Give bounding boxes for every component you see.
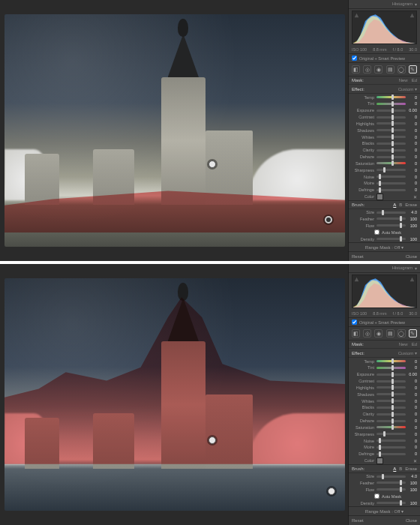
mask-new[interactable]: New	[399, 78, 408, 82]
effect-slider-saturation[interactable]: Saturation 0	[349, 160, 420, 166]
effect-slider-noise[interactable]: Noise 0	[349, 173, 420, 180]
slider-track[interactable]	[376, 433, 406, 435]
color-row[interactable]: Color ✕	[349, 194, 420, 200]
brush-slider-flow[interactable]: Flow 100	[349, 222, 420, 229]
brush-b[interactable]: B	[399, 202, 402, 207]
histogram[interactable]	[352, 10, 417, 44]
preview-checkbox[interactable]	[352, 320, 357, 325]
effect-slider-clarity[interactable]: Clarity 0	[349, 411, 420, 418]
slider-track[interactable]	[376, 136, 406, 138]
slider-track[interactable]	[376, 488, 406, 490]
effect-slider-whites[interactable]: Whites 0	[349, 134, 420, 140]
slider-track[interactable]	[376, 238, 406, 240]
brush-slider-flow[interactable]: Flow 100	[349, 486, 420, 493]
slider-track[interactable]	[376, 182, 406, 184]
effect-slider-contrast[interactable]: Contrast 0	[349, 378, 420, 385]
slider-track[interactable]	[376, 224, 406, 226]
effect-slider-sharpness[interactable]: Sharpness 0	[349, 430, 420, 437]
slider-track[interactable]	[376, 446, 406, 448]
effect-slider-shadows[interactable]: Shadows 0	[349, 391, 420, 398]
slider-track[interactable]	[376, 386, 406, 388]
brush-a[interactable]: A	[393, 466, 396, 471]
slider-track[interactable]	[376, 122, 406, 124]
color-row[interactable]: Color ✕	[349, 458, 420, 464]
slider-track[interactable]	[376, 440, 406, 442]
image-canvas[interactable]	[0, 0, 348, 261]
slider-track[interactable]	[376, 156, 406, 158]
close-icon[interactable]: ✕	[413, 194, 417, 200]
slider-track[interactable]	[376, 116, 406, 118]
slider-track[interactable]	[376, 502, 406, 504]
tool-radial[interactable]: ◯	[398, 65, 406, 74]
automask-checkbox[interactable]	[374, 230, 380, 235]
slider-track[interactable]	[376, 176, 406, 178]
tool-crop[interactable]: ◧	[352, 65, 360, 74]
tool-eye[interactable]: ◉	[374, 329, 382, 338]
effect-slider-dehaze[interactable]: Dehaze 0	[349, 154, 420, 160]
slider-track[interactable]	[376, 367, 406, 369]
slider-track[interactable]	[376, 169, 406, 171]
effect-slider-sharpness[interactable]: Sharpness 0	[349, 166, 420, 173]
brush-b[interactable]: B	[399, 466, 402, 471]
effect-slider-temp[interactable]: Temp 0	[349, 358, 420, 364]
range-mask-row[interactable]: Range Mask : Off ▾	[349, 242, 420, 251]
brush-slider-size[interactable]: Size 4.0	[349, 473, 420, 480]
effect-header[interactable]: Effect: Custom ▾	[349, 349, 420, 358]
preview-checkbox[interactable]	[352, 56, 357, 61]
mask-edit[interactable]: Ed	[412, 342, 417, 346]
effect-slider-whites[interactable]: Whites 0	[349, 398, 420, 404]
image-canvas[interactable]	[0, 264, 348, 525]
effect-slider-highlights[interactable]: Highlights 0	[349, 385, 420, 392]
slider-track[interactable]	[376, 189, 406, 191]
histogram[interactable]	[352, 274, 417, 308]
effect-slider-blacks[interactable]: Blacks 0	[349, 140, 420, 147]
slider-track[interactable]	[376, 162, 406, 164]
slider-track[interactable]	[376, 360, 406, 362]
effect-slider-defringe[interactable]: Defringe 0	[349, 451, 420, 458]
slider-track[interactable]	[376, 426, 406, 428]
effect-slider-contrast[interactable]: Contrast 0	[349, 114, 420, 121]
tool-spot[interactable]: ◎	[363, 65, 371, 74]
slider-track[interactable]	[376, 212, 406, 214]
effect-slider-exposure[interactable]: Exposure 0.00	[349, 371, 420, 378]
clip-highlight-icon[interactable]	[410, 13, 415, 18]
tool-brush[interactable]: ✎	[409, 65, 417, 74]
effect-slider-saturation[interactable]: Saturation 0	[349, 424, 420, 430]
slider-track[interactable]	[376, 96, 406, 98]
tool-radial[interactable]: ◯	[398, 329, 406, 338]
automask-row[interactable]: Auto Mask	[349, 493, 420, 500]
slider-track[interactable]	[376, 393, 406, 395]
slider-track[interactable]	[376, 374, 406, 376]
effect-slider-tint[interactable]: Tint 0	[349, 100, 420, 107]
slider-track[interactable]	[376, 129, 406, 131]
effect-slider-highlights[interactable]: Highlights 0	[349, 121, 420, 128]
brush-a[interactable]: A	[393, 202, 396, 207]
tool-eye[interactable]: ◉	[374, 65, 382, 74]
brush-slider-size[interactable]: Size 4.0	[349, 209, 420, 216]
effect-slider-clarity[interactable]: Clarity 0	[349, 147, 420, 154]
effect-slider-tint[interactable]: Tint 0	[349, 364, 420, 371]
color-swatch[interactable]	[376, 458, 383, 464]
effect-slider-moire[interactable]: Moire 0	[349, 180, 420, 187]
slider-track[interactable]	[376, 453, 406, 455]
effect-slider-blacks[interactable]: Blacks 0	[349, 404, 420, 411]
brush-slider-feather[interactable]: Feather 100	[349, 479, 420, 486]
close-button[interactable]: Close	[406, 254, 417, 259]
effect-slider-moire[interactable]: Moire 0	[349, 444, 420, 451]
original-preview-row[interactable]: Original + Smart Preview	[349, 318, 420, 327]
effect-slider-exposure[interactable]: Exposure 0.00	[349, 107, 420, 114]
adjustment-pin[interactable]	[328, 488, 335, 495]
automask-row[interactable]: Auto Mask	[349, 229, 420, 236]
color-swatch[interactable]	[376, 194, 383, 200]
effect-slider-dehaze[interactable]: Dehaze 0	[349, 418, 420, 424]
brush-slider-feather[interactable]: Feather 100	[349, 215, 420, 222]
slider-track[interactable]	[376, 406, 406, 409]
slider-track[interactable]	[376, 142, 406, 145]
slider-track[interactable]	[376, 218, 406, 220]
reset-button[interactable]: Reset	[352, 254, 364, 259]
effect-slider-defringe[interactable]: Defringe 0	[349, 187, 420, 194]
tool-spot[interactable]: ◎	[363, 329, 371, 338]
tool-brush[interactable]: ✎	[409, 329, 417, 338]
slider-track[interactable]	[376, 413, 406, 416]
tool-grad[interactable]: ▤	[386, 329, 394, 338]
